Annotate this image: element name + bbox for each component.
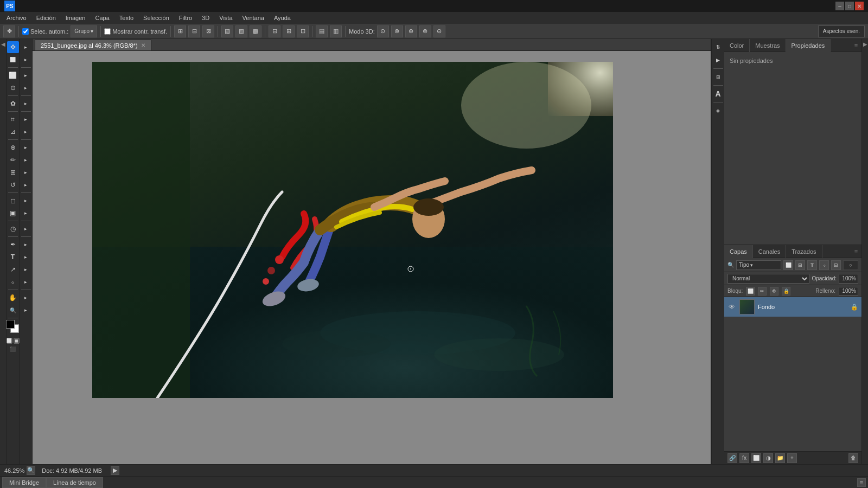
filter-toggle[interactable]: ○: [843, 260, 858, 270]
mini-tool-4[interactable]: A: [712, 88, 724, 100]
fg-color[interactable]: [6, 320, 15, 329]
col2-btn3[interactable]: ▸: [20, 69, 32, 81]
crop-tool[interactable]: ⌗: [7, 113, 19, 125]
align-center-h[interactable]: ▨: [235, 25, 247, 37]
filter-shape-btn[interactable]: ⬦: [819, 260, 829, 270]
zoom-options-btn[interactable]: 🔍: [27, 466, 35, 475]
gradient-tool[interactable]: ▣: [7, 207, 19, 219]
menu-3d[interactable]: 3D: [197, 14, 214, 22]
hand-tool[interactable]: ✋: [7, 292, 19, 304]
menu-ventana[interactable]: Ventana: [238, 14, 269, 22]
title-bar-controls[interactable]: – □ ✕: [835, 2, 864, 10]
menu-filtro[interactable]: Filtro: [175, 14, 196, 22]
filter-pixel-btn[interactable]: ⬜: [783, 260, 793, 270]
filter-smart-btn[interactable]: ⊟: [831, 260, 841, 270]
link-layers-btn[interactable]: 🔗: [727, 453, 737, 463]
col2-btn18[interactable]: ▸: [20, 276, 32, 288]
distribute-2[interactable]: ⊞: [283, 25, 295, 37]
tab-capas[interactable]: Capas: [724, 245, 753, 258]
clone-tool[interactable]: ⊞: [7, 166, 19, 178]
layer-mask-btn[interactable]: ⬜: [751, 453, 761, 463]
col2-btn6[interactable]: ▸: [20, 113, 32, 125]
mini-tool-5[interactable]: ◈: [712, 105, 724, 117]
col2-btn11[interactable]: ▸: [20, 179, 32, 191]
mostrar-checkbox[interactable]: [104, 28, 111, 35]
eyedropper-tool[interactable]: ⊿: [7, 126, 19, 138]
brush-tool[interactable]: ✏: [7, 154, 19, 166]
menu-capa[interactable]: Capa: [91, 14, 113, 22]
linea-tiempo-tab[interactable]: Línea de tiempo: [46, 477, 103, 488]
distribute-3[interactable]: ⊡: [297, 25, 309, 37]
maximize-button[interactable]: □: [845, 2, 854, 10]
menu-imagen[interactable]: Imagen: [61, 14, 90, 22]
col2-btn10[interactable]: ▸: [20, 166, 32, 178]
tab-trazados[interactable]: Trazados: [786, 245, 822, 258]
modo3d-btn2[interactable]: ⊚: [391, 25, 403, 37]
close-button[interactable]: ✕: [855, 2, 864, 10]
select-rect-tool[interactable]: ⬜: [7, 69, 19, 81]
new-fill-btn[interactable]: ◑: [763, 453, 773, 463]
menu-ayuda[interactable]: Ayuda: [270, 14, 295, 22]
layer-fondo[interactable]: 👁 Fondo 🔒: [724, 297, 861, 317]
shape-tool[interactable]: ⬦: [7, 276, 19, 288]
tab-color[interactable]: Color: [724, 39, 750, 52]
col2-btn5[interactable]: ▸: [20, 98, 32, 110]
path-select-tool[interactable]: ↗: [7, 264, 19, 275]
col2-btn14[interactable]: ▸: [20, 223, 32, 235]
modo3d-btn1[interactable]: ⊙: [377, 25, 389, 37]
distribute-4[interactable]: ▤: [316, 25, 328, 37]
panel-collapse-btn[interactable]: ≡: [851, 39, 861, 52]
lock-transparent-btn[interactable]: ⬜: [746, 287, 755, 296]
mini-tool-3[interactable]: ⊞: [712, 71, 724, 83]
modo3d-btn5[interactable]: ⊝: [433, 25, 445, 37]
standard-mode[interactable]: ⬜: [7, 338, 12, 344]
modo3d-btn3[interactable]: ⊛: [405, 25, 417, 37]
col2-btn9[interactable]: ▸: [20, 154, 32, 166]
col2-btn8[interactable]: ▸: [20, 142, 32, 153]
color-boxes[interactable]: [6, 320, 20, 334]
distribute-5[interactable]: ▥: [330, 25, 342, 37]
tab-propiedades[interactable]: Propiedades: [786, 39, 831, 52]
col2-btn2[interactable]: ▸: [20, 54, 32, 66]
col2-btn1[interactable]: ▸: [20, 41, 32, 53]
layer-visibility-eye[interactable]: 👁: [727, 303, 736, 311]
tab-muestras[interactable]: Muestras: [750, 39, 786, 52]
bottom-panel-options[interactable]: ≡: [857, 478, 866, 487]
status-arrow-btn[interactable]: ▶: [111, 466, 119, 475]
blend-mode-select[interactable]: Normal: [727, 274, 809, 284]
filter-adjust-btn[interactable]: ⊞: [795, 260, 805, 270]
move-tool[interactable]: ✥: [7, 41, 19, 53]
lock-all-btn[interactable]: 🔒: [782, 287, 790, 296]
quick-mask-mode[interactable]: ◼: [14, 338, 20, 344]
heal-tool[interactable]: ⊕: [7, 142, 19, 153]
col2-btn19[interactable]: ▸: [20, 292, 32, 304]
canvas-content[interactable]: [33, 51, 711, 464]
distribute-1[interactable]: ⊟: [269, 25, 280, 37]
close-tab-btn[interactable]: ✕: [141, 42, 145, 48]
dodge-tool[interactable]: ◷: [7, 223, 19, 235]
new-layer-btn[interactable]: +: [787, 453, 797, 463]
menu-edicion[interactable]: Edición: [32, 14, 60, 22]
col2-btn17[interactable]: ▸: [20, 264, 32, 275]
eraser-tool[interactable]: ◻: [7, 195, 19, 207]
menu-seleccion[interactable]: Selección: [139, 14, 174, 22]
group-dropdown[interactable]: Grupo ▾: [71, 25, 97, 37]
mini-bridge-tab[interactable]: Mini Bridge: [2, 477, 46, 488]
align-bottom[interactable]: ⊠: [202, 25, 214, 37]
col2-btn20[interactable]: ▸: [20, 304, 32, 316]
selec-autom-checkbox[interactable]: [22, 28, 29, 35]
col2-btn16[interactable]: ▸: [20, 251, 32, 263]
zoom-tool[interactable]: 🔍: [7, 304, 19, 316]
text-tool[interactable]: T: [7, 251, 19, 263]
lock-pixels-btn[interactable]: ✏: [758, 287, 767, 296]
menu-vista[interactable]: Vista: [215, 14, 237, 22]
pen-tool[interactable]: ✒: [7, 239, 19, 251]
modo3d-btn4[interactable]: ⊜: [419, 25, 431, 37]
align-center-v[interactable]: ⊟: [188, 25, 200, 37]
workspace-button[interactable]: Aspectos esen.: [818, 25, 865, 37]
col2-btn4[interactable]: ▸: [20, 82, 32, 94]
move-tool-options[interactable]: ✥: [3, 25, 15, 37]
align-left[interactable]: ▧: [221, 25, 233, 37]
align-top[interactable]: ⊞: [174, 25, 186, 37]
lock-position-btn[interactable]: ✥: [770, 287, 778, 296]
